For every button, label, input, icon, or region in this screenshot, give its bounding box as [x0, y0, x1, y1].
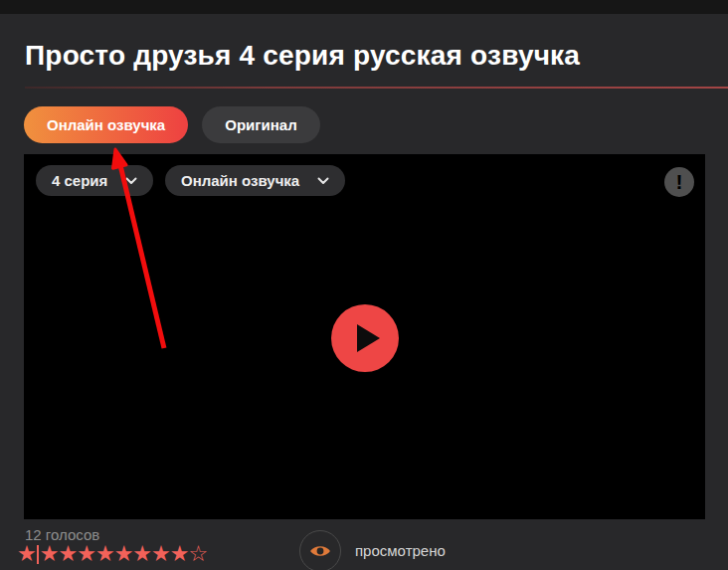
exclamation-icon: ! — [676, 171, 683, 192]
episode-dropdown[interactable]: 4 серия — [36, 165, 153, 196]
play-icon — [357, 324, 380, 352]
video-player: 4 серия Онлайн озвучка ! — [24, 154, 705, 519]
voice-dropdown-label: Онлайн озвучка — [181, 172, 299, 189]
star-rating[interactable]: ★ ★★★★★★★★ ☆ — [17, 542, 207, 566]
top-strip — [0, 0, 728, 14]
star-empty[interactable]: ☆ — [189, 542, 208, 566]
chevron-down-icon — [317, 177, 329, 185]
rating-caret — [37, 545, 39, 564]
chevron-down-icon — [125, 177, 137, 185]
star-filled[interactable]: ★ — [17, 542, 36, 566]
page-title: Просто друзья 4 серия русская озвучка — [25, 40, 580, 72]
voice-tabs: Онлайн озвучка Оригинал — [24, 106, 320, 143]
title-divider — [25, 87, 728, 89]
page: Просто друзья 4 серия русская озвучка Он… — [0, 0, 728, 570]
stars-filled-group[interactable]: ★★★★★★★★ — [40, 542, 189, 566]
watched-toggle[interactable] — [299, 530, 341, 570]
voice-dropdown[interactable]: Онлайн озвучка — [165, 165, 345, 196]
play-button[interactable] — [331, 304, 399, 372]
eye-icon — [308, 542, 332, 560]
warning-button[interactable]: ! — [664, 167, 694, 197]
watched-label: просмотрено — [355, 542, 446, 559]
tab-online-voice[interactable]: Онлайн озвучка — [24, 106, 188, 143]
tab-original[interactable]: Оригинал — [202, 106, 319, 143]
episode-dropdown-label: 4 серия — [52, 172, 107, 189]
